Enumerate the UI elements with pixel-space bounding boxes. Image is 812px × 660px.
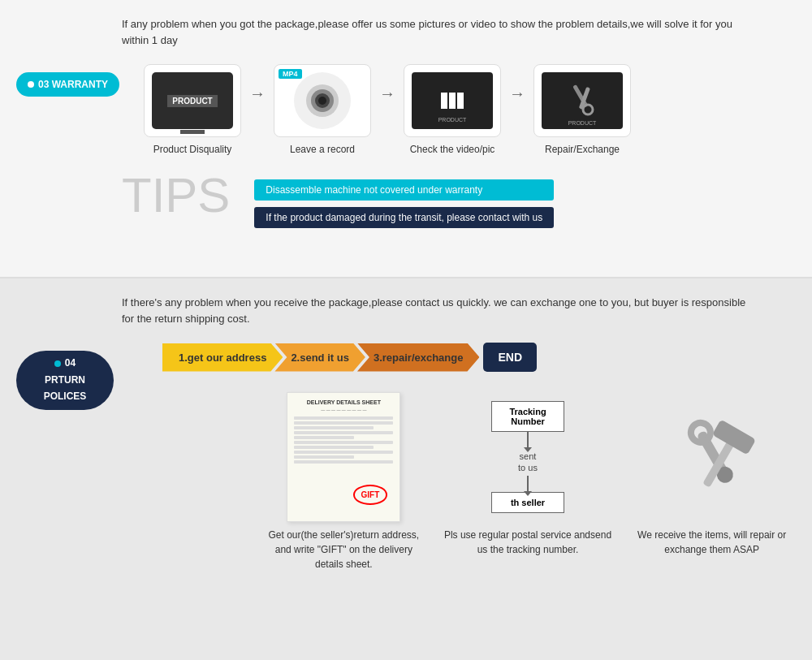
card-delivery-image: DELIVERY DETAILS SHEET — — — — — — — — —: [279, 396, 408, 518]
return-badge: 04 PRTURN POLICES: [16, 351, 114, 410]
tracking-arrow-down-2: [527, 476, 529, 492]
tracking-number-box: TrackingNumber: [491, 401, 564, 432]
card-delivery: DELIVERY DETAILS SHEET — — — — — — — — —: [260, 396, 428, 572]
card-repair-text: We receive the items, will repair or exc…: [628, 528, 796, 557]
return-intro-text: If there's any problem when you receive …: [122, 295, 747, 326]
warranty-steps: PRODUCT Product Disquality → MP4: [144, 64, 812, 155]
return-content: 1.get our address 2.send it us 3.repair/…: [138, 343, 812, 572]
card-tracking-text: Pls use regular postal service andsend u…: [444, 528, 612, 557]
flow-end: END: [483, 343, 537, 372]
delivery-sheet: DELIVERY DETAILS SHEET — — — — — — — — —: [287, 392, 400, 522]
step-icon-repair: PRODUCT: [533, 64, 631, 137]
warranty-section: If any problem when you got the package,…: [0, 0, 812, 278]
sheet-subtitle: — — — — — — — — —: [294, 408, 393, 412]
camera-icon: [294, 72, 351, 129]
product-device-icon: PRODUCT: [152, 72, 233, 129]
video-lines: [441, 93, 464, 109]
flow-step-2: 2.send it us: [283, 343, 365, 372]
repair-tools-icon: PRODUCT: [542, 72, 623, 129]
card-repair: We receive the items, will repair or exc…: [628, 396, 796, 572]
camera-svg: [302, 80, 343, 121]
step-label-3: Check the video/pic: [410, 144, 495, 155]
sheet-lines: [294, 416, 393, 464]
step-label-2: Leave a record: [290, 144, 355, 155]
card-tracking: TrackingNumber sentto us th seller Pls u…: [444, 396, 612, 572]
return-dot: [54, 360, 61, 367]
step-leave-record: MP4 Leave a record: [274, 64, 371, 155]
mp4-badge: MP4: [279, 69, 302, 79]
flow-label-2: 2.send it us: [274, 343, 365, 372]
svg-rect-11: [712, 420, 756, 455]
tips-row: TIPS Disassemble machine not covered und…: [122, 171, 771, 228]
tips-section: TIPS Disassemble machine not covered und…: [0, 155, 812, 252]
video-player-icon: PRODUCT: [412, 72, 493, 129]
return-section: If there's any problem when you receive …: [0, 278, 812, 596]
step-label-4: Repair/Exchange: [545, 144, 620, 155]
warranty-intro-text: If any problem when you got the package,…: [122, 16, 747, 48]
step-icon-product: PRODUCT: [144, 64, 241, 137]
warranty-row: 03 WARRANTY PRODUCT Product Disquality →: [0, 64, 812, 155]
tips-messages: Disassemble machine not covered under wa…: [254, 171, 554, 228]
card-repair-image: [647, 396, 777, 518]
step-product-disquality: PRODUCT Product Disquality: [144, 64, 241, 155]
step-icon-mp4: MP4: [274, 64, 371, 137]
tip-box-2: If the product damaged during the transi…: [254, 207, 554, 228]
tools-svg: [659, 404, 765, 510]
main-container: If any problem when you got the package,…: [0, 0, 812, 596]
hammer-group: [689, 420, 756, 496]
repair-svg: [554, 79, 611, 123]
sheet-title: DELIVERY DETAILS SHEET: [294, 399, 393, 405]
step-repair-exchange: PRODUCT Repair/Exchange: [533, 64, 631, 155]
arrow-3: →: [509, 84, 525, 103]
card-delivery-text: Get our(the seller's)return address, and…: [260, 528, 428, 572]
flow-step-3: 3.repair/exchange: [365, 343, 480, 372]
flow-label-1: 1.get our address: [162, 343, 283, 372]
svg-point-6: [583, 105, 593, 114]
gift-badge: GIFT: [353, 485, 388, 505]
arrow-1: →: [249, 84, 266, 103]
tips-title: TIPS: [122, 171, 230, 220]
badge-dot: [28, 81, 34, 88]
card-tracking-image: TrackingNumber sentto us th seller: [463, 396, 593, 518]
step-check-video: PRODUCT Check the video/pic: [404, 64, 501, 155]
tracking-arrow-down: [527, 432, 529, 448]
flow-step-1: 1.get our address: [162, 343, 283, 372]
step-icon-video: PRODUCT: [404, 64, 501, 137]
arrow-2: →: [379, 84, 395, 103]
return-row: 04 PRTURN POLICES 1.get our address 2.se…: [0, 343, 812, 572]
step-label-1: Product Disquality: [153, 144, 232, 155]
warranty-badge: 03 WARRANTY: [16, 72, 119, 97]
tracking-diagram: TrackingNumber sentto us th seller: [491, 401, 564, 514]
tracking-sent-label: sentto us: [518, 451, 538, 474]
flow-label-3: 3.repair/exchange: [357, 343, 480, 372]
tip-box-1: Disassemble machine not covered under wa…: [254, 179, 554, 201]
steps-flow: 1.get our address 2.send it us 3.repair/…: [162, 343, 812, 372]
svg-point-3: [318, 97, 326, 105]
info-cards: DELIVERY DETAILS SHEET — — — — — — — — —: [260, 396, 796, 572]
